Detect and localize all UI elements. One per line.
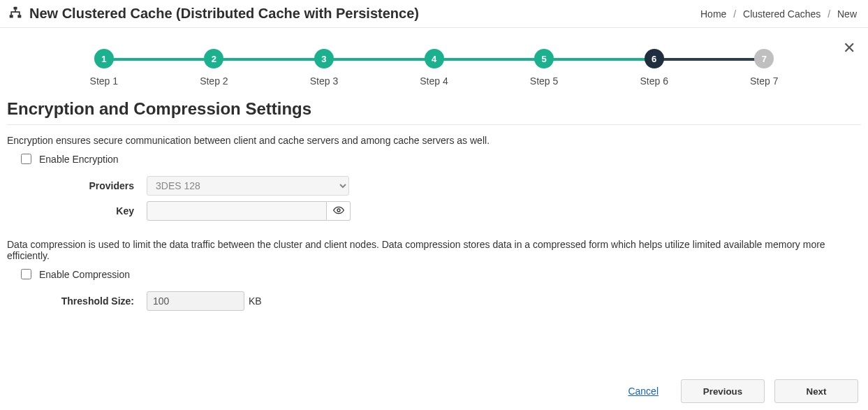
step-connector <box>214 58 324 61</box>
step-3[interactable]: 3Step 3 <box>269 49 379 87</box>
breadcrumb-sep: / <box>733 8 736 20</box>
enable-compression-row: Enable Compression <box>18 267 861 281</box>
encryption-description: Encryption ensures secure communication … <box>7 135 861 146</box>
svg-rect-0 <box>14 7 17 10</box>
step-7[interactable]: 7Step 7 <box>709 49 819 87</box>
step-label: Step 1 <box>90 75 118 87</box>
step-circle: 2 <box>204 49 223 68</box>
step-circle: 5 <box>534 49 554 68</box>
step-label: Step 5 <box>530 75 558 87</box>
key-input[interactable] <box>147 201 327 221</box>
step-connector <box>104 58 214 61</box>
svg-point-3 <box>337 209 340 212</box>
step-circle: 6 <box>645 49 664 68</box>
key-input-group <box>147 201 351 221</box>
page-title: New Clustered Cache (Distributed Cache w… <box>29 6 419 22</box>
threshold-unit: KB <box>249 295 262 307</box>
step-connector <box>654 58 765 61</box>
section-title: Encryption and Compression Settings <box>7 99 861 119</box>
providers-label: Providers <box>7 180 147 191</box>
svg-rect-1 <box>10 15 13 17</box>
breadcrumb-home[interactable]: Home <box>700 8 726 20</box>
svg-rect-2 <box>17 15 21 17</box>
enable-compression-label: Enable Compression <box>39 269 130 280</box>
breadcrumb: Home / Clustered Caches / New <box>700 8 857 20</box>
step-2[interactable]: 2Step 2 <box>159 49 270 87</box>
reveal-key-button[interactable] <box>327 201 351 221</box>
close-icon[interactable]: ✕ <box>843 41 855 56</box>
divider <box>7 124 861 125</box>
enable-encryption-row: Enable Encryption <box>18 152 861 166</box>
step-label: Step 3 <box>310 75 338 87</box>
eye-icon <box>333 205 344 218</box>
enable-encryption-checkbox[interactable] <box>21 154 31 164</box>
step-connector <box>434 58 545 61</box>
threshold-input[interactable] <box>147 291 244 311</box>
page-header: New Clustered Cache (Distributed Cache w… <box>0 0 868 28</box>
step-5[interactable]: 5Step 5 <box>489 49 599 87</box>
wizard-stepper: 1Step 12Step 23Step 34Step 45Step 56Step… <box>49 49 819 87</box>
step-circle: 4 <box>425 49 444 68</box>
step-circle: 7 <box>754 49 774 68</box>
step-circle: 1 <box>94 49 114 68</box>
step-connector <box>324 58 434 61</box>
enable-encryption-label: Enable Encryption <box>39 154 119 165</box>
key-label: Key <box>7 205 147 217</box>
providers-row: Providers 3DES 128 <box>7 176 861 196</box>
sitemap-icon <box>8 6 22 22</box>
step-6[interactable]: 6Step 6 <box>599 49 709 87</box>
threshold-label: Threshold Size: <box>7 295 147 307</box>
step-connector <box>544 58 654 61</box>
header-left: New Clustered Cache (Distributed Cache w… <box>8 6 419 22</box>
step-label: Step 7 <box>750 75 778 87</box>
providers-select[interactable]: 3DES 128 <box>147 176 349 196</box>
breadcrumb-new: New <box>837 8 857 20</box>
step-1[interactable]: 1Step 1 <box>49 49 159 87</box>
step-label: Step 4 <box>420 75 448 87</box>
threshold-row: Threshold Size: KB <box>7 291 861 311</box>
step-label: Step 6 <box>640 75 668 87</box>
breadcrumb-sep: / <box>827 8 830 20</box>
step-4[interactable]: 4Step 4 <box>379 49 490 87</box>
step-circle: 3 <box>314 49 334 68</box>
breadcrumb-caches[interactable]: Clustered Caches <box>743 8 821 20</box>
step-label: Step 2 <box>200 75 228 87</box>
compression-description: Data compression is used to limit the da… <box>7 239 861 261</box>
enable-compression-checkbox[interactable] <box>21 269 31 279</box>
key-row: Key <box>7 201 861 221</box>
